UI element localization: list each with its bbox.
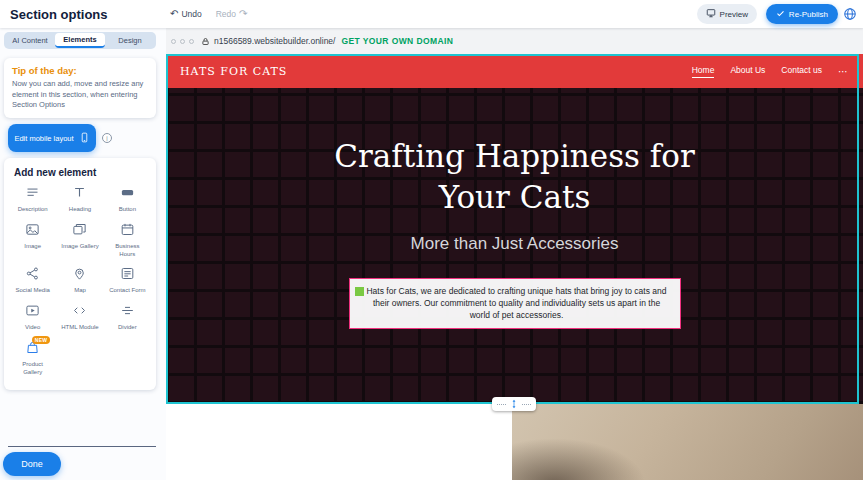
hero-text-block-selected[interactable]: Hats for Cats, we are dedicated to craft… xyxy=(349,278,681,329)
add-new-element-panel: Add new element Description Heading Butt… xyxy=(4,158,156,390)
hero-subheading[interactable]: More than Just Accessories xyxy=(166,234,863,254)
nav-more-icon[interactable]: ⋯ xyxy=(838,66,849,77)
add-element-video[interactable]: Video xyxy=(9,303,56,332)
undo-redo-group: ↶ Undo Redo ↷ xyxy=(170,0,247,28)
window-dot xyxy=(180,39,185,44)
add-element-description[interactable]: Description xyxy=(9,185,56,214)
site-viewport: HATS FOR CATS Home About Us Contact us ⋯… xyxy=(166,54,863,480)
add-element-map[interactable]: Map xyxy=(56,266,103,295)
image-icon xyxy=(25,222,40,241)
nav-contact-us[interactable]: Contact us xyxy=(781,65,822,77)
add-element-divider[interactable]: Divider xyxy=(104,303,151,332)
undo-button[interactable]: ↶ Undo xyxy=(170,9,202,19)
add-element-image-gallery[interactable]: Image Gallery xyxy=(56,222,103,259)
republish-button[interactable]: Re-Publish xyxy=(766,4,838,24)
site-logo[interactable]: HATS FOR CATS xyxy=(180,65,287,78)
preview-button[interactable]: Preview xyxy=(697,4,757,24)
tip-body: Now you can add, move and resize any ele… xyxy=(12,79,148,111)
redo-icon: ↷ xyxy=(239,9,247,19)
add-panel-title: Add new element xyxy=(14,167,151,178)
element-grid: Description Heading Button Image Image G… xyxy=(9,185,151,377)
code-icon xyxy=(72,303,87,322)
site-nav: Home About Us Contact us ⋯ xyxy=(692,65,849,78)
add-element-product-gallery[interactable]: NEW Product Gallery xyxy=(9,340,56,377)
add-element-heading[interactable]: Heading xyxy=(56,185,103,214)
get-domain-link[interactable]: GET YOUR OWN DOMAIN xyxy=(341,36,453,46)
add-element-contact-form[interactable]: Contact Form xyxy=(104,266,151,295)
cat-photo-image xyxy=(512,404,863,480)
hero-heading[interactable]: Crafting Happiness for Your Cats xyxy=(166,88,863,218)
new-badge: NEW xyxy=(32,336,51,344)
add-element-business-hours[interactable]: Business Hours xyxy=(104,222,151,259)
browser-address-bar: n1566589.websitebuilder.online/ GET YOUR… xyxy=(166,28,863,54)
nav-home[interactable]: Home xyxy=(692,65,715,78)
business-hours-icon xyxy=(120,222,135,241)
add-element-button[interactable]: Button xyxy=(104,185,151,214)
redo-button[interactable]: Redo ↷ xyxy=(216,9,248,19)
contact-form-icon xyxy=(120,266,135,285)
window-control-dots xyxy=(171,39,194,44)
info-icon[interactable]: i xyxy=(102,133,112,143)
resize-arrows-icon xyxy=(509,395,519,413)
tip-title: Tip of the day: xyxy=(12,65,148,76)
sidebar-divider xyxy=(8,446,156,447)
lock-icon xyxy=(201,37,210,46)
tab-elements[interactable]: Elements xyxy=(55,33,105,48)
preview-canvas: n1566589.websitebuilder.online/ GET YOUR… xyxy=(166,28,863,480)
top-toolbar: Section options ↶ Undo Redo ↷ Preview Re… xyxy=(0,0,863,28)
site-header[interactable]: HATS FOR CATS Home About Us Contact us ⋯ xyxy=(166,54,863,88)
check-icon xyxy=(776,9,785,20)
add-element-social-media[interactable]: Social Media xyxy=(9,266,56,295)
next-section-background xyxy=(166,404,512,480)
drag-dots xyxy=(522,404,531,405)
tab-design[interactable]: Design xyxy=(105,33,155,48)
hero-paragraph: Hats for Cats, we are dedicated to craft… xyxy=(366,286,666,321)
tip-of-the-day-card: Tip of the day: Now you can add, move an… xyxy=(4,58,156,118)
heading-icon xyxy=(72,185,87,204)
tab-ai-content[interactable]: AI Content xyxy=(5,33,55,48)
image-gallery-icon xyxy=(72,222,87,241)
page-title: Section options xyxy=(10,7,108,22)
section-resize-handle[interactable] xyxy=(492,397,536,411)
left-sidebar: AI Content Elements Design Tip of the da… xyxy=(0,28,166,480)
social-share-icon xyxy=(25,266,40,285)
monitor-icon xyxy=(706,8,716,20)
window-dot xyxy=(189,39,194,44)
next-site-section[interactable] xyxy=(166,404,863,480)
window-dot xyxy=(171,39,176,44)
text-lines-icon xyxy=(25,185,40,204)
sidebar-tabs: AI Content Elements Design xyxy=(4,32,156,49)
language-globe-button[interactable] xyxy=(843,7,857,21)
undo-icon: ↶ xyxy=(170,9,178,19)
phone-icon xyxy=(79,132,90,145)
edit-mobile-layout-button[interactable]: Edit mobile layout xyxy=(8,124,96,152)
button-icon xyxy=(120,185,135,204)
site-url: n1566589.websitebuilder.online/ xyxy=(214,36,335,46)
drag-dots xyxy=(497,404,506,405)
done-button[interactable]: Done xyxy=(3,452,61,476)
divider-icon xyxy=(120,303,135,322)
map-pin-icon xyxy=(72,266,87,285)
nav-about-us[interactable]: About Us xyxy=(730,65,765,77)
video-icon xyxy=(25,303,40,322)
globe-icon xyxy=(843,9,857,24)
add-element-html-module[interactable]: HTML Module xyxy=(56,303,103,332)
add-element-image[interactable]: Image xyxy=(9,222,56,259)
hero-section[interactable]: Crafting Happiness for Your Cats More th… xyxy=(166,88,863,404)
element-resize-handle[interactable] xyxy=(355,287,364,296)
